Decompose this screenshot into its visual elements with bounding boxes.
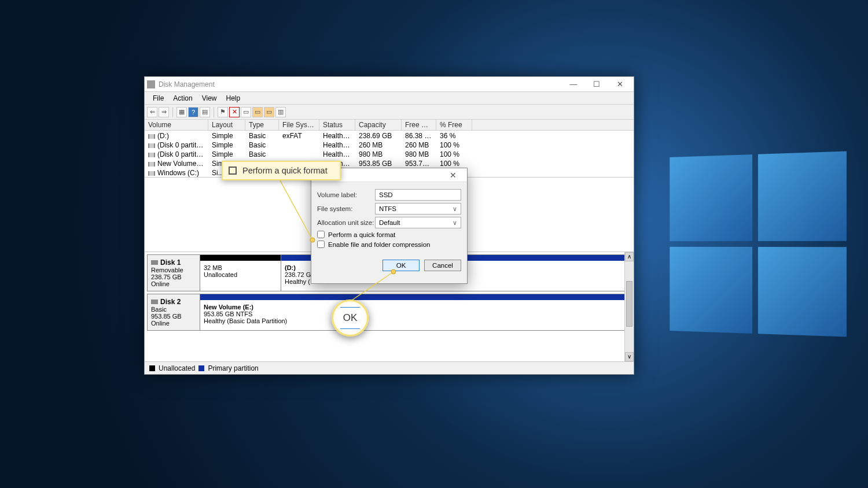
cell: 980 MB [355,149,402,158]
disk-1-part-unallocated[interactable]: 32 MBUnallocated [200,255,281,291]
col-free[interactable]: Free Spa... [402,120,436,130]
compression-label: Enable file and folder compression [328,241,430,248]
cell [279,140,319,149]
windows-logo [670,151,847,337]
cell: 953.85 GB [355,158,402,168]
cell: 260 MB [402,140,436,149]
cancel-button[interactable]: Cancel [424,260,461,271]
table-row[interactable]: (Disk 0 partition 4)SimpleBasicHealthy (… [145,149,634,158]
cell: Basic [245,140,279,149]
disk-1-header[interactable]: Disk 1 Removable 238.75 GB Online [148,255,200,291]
table-row[interactable]: New Volume (...SimpleBasicNTFSHealthy (B… [145,158,634,168]
allocation-size-label: Allocation unit size: [317,219,375,226]
cell: Healthy (R... [319,149,355,158]
close-button[interactable]: ✕ [608,80,631,88]
cell: 260 MB [355,140,402,149]
cell: (D:) [145,131,208,140]
menu-file[interactable]: File [148,94,168,102]
minimize-button[interactable]: — [562,80,585,88]
col-type[interactable]: Type [245,120,279,130]
tool-refresh[interactable]: ▦ [176,107,187,117]
format-dialog: ✕ Volume label: SSD File system: NTFS∨ A… [311,168,468,284]
file-system-select[interactable]: NTFS∨ [375,203,461,215]
table-row[interactable]: (D:)SimpleBasicexFATHealthy (P...238.69 … [145,131,634,140]
cell: exFAT [279,131,319,140]
scroll-thumb[interactable] [626,281,632,327]
back-button[interactable]: ⇐ [147,107,157,117]
tool-properties[interactable]: ⚑ [218,107,228,117]
disk-icon [151,260,158,265]
volume-label-input[interactable]: SSD [375,189,461,201]
callout-quick-format: Perform a quick format [222,161,341,180]
callout-ok: OK [332,300,369,337]
disk-icon [151,300,158,304]
compression-checkbox-input[interactable] [317,241,325,248]
table-row[interactable]: (Disk 0 partition 1)SimpleBasicHealthy (… [145,140,634,149]
tool-help[interactable]: ? [188,107,198,117]
tool-new[interactable]: ▭ [241,107,251,117]
window-title: Disk Management [159,80,562,88]
scroll-up[interactable]: ∧ [625,252,634,261]
volume-label-label: Volume label: [317,191,375,198]
quick-format-checkbox-input[interactable] [317,231,325,238]
cell [279,149,319,158]
titlebar[interactable]: Disk Management — ☐ ✕ [145,77,634,92]
cell: 953.72 GB [402,158,436,168]
tool-delete[interactable]: ✕ [229,107,240,117]
col-layout[interactable]: Layout [208,120,245,130]
cell: (Disk 0 partition 4) [145,149,208,158]
col-fs[interactable]: File System [279,120,319,130]
col-capacity[interactable]: Capacity [355,120,402,130]
legend-primary: Primary partition [208,364,258,372]
disk-2-part-e[interactable]: New Volume (E:)953.85 GB NTFSHealthy (Ba… [200,294,631,330]
menu-help[interactable]: Help [222,94,245,102]
allocation-size-select[interactable]: Default∨ [375,217,461,228]
compression-checkbox[interactable]: Enable file and folder compression [317,241,461,248]
col-volume[interactable]: Volume [145,120,208,130]
legend-swatch-primary [198,365,204,371]
callout-ok-label: OK [343,312,358,324]
dialog-close-button[interactable]: ✕ [443,171,464,180]
app-icon [147,80,155,88]
scrollbar[interactable]: ∧ ∨ [624,252,634,361]
menubar: File Action View Help [145,92,634,105]
maximize-button[interactable]: ☐ [585,80,608,88]
legend-unallocated: Unallocated [159,364,195,372]
scroll-down[interactable]: ∨ [625,352,634,361]
cell: 980 MB [402,149,436,158]
cell: Healthy (P... [319,131,355,140]
ok-button[interactable]: OK [382,260,420,271]
cell: New Volume (... [145,158,208,168]
legend-swatch-unallocated [149,365,155,371]
col-pct[interactable]: % Free [436,120,472,130]
file-system-label: File system: [317,205,375,212]
quick-format-checkbox[interactable]: Perform a quick format [317,231,461,238]
menu-view[interactable]: View [197,94,222,102]
legend: Unallocated Primary partition [145,361,634,374]
cell: 100 % [436,158,472,168]
cell: Basic [245,131,279,140]
cell: Simple [208,131,245,140]
cell: 86.38 GB [402,131,436,140]
tool-b[interactable]: ▭ [264,107,274,117]
col-status[interactable]: Status [319,120,355,130]
tool-list[interactable]: ▤ [200,107,210,117]
disk-2: Disk 2 Basic 953.85 GB Online New Volume… [147,294,631,331]
quick-format-label: Perform a quick format [328,231,395,238]
forward-button[interactable]: ⇒ [159,107,169,117]
tool-view[interactable]: ▥ [275,107,286,117]
tool-a[interactable]: ▭ [252,107,263,117]
cell: Windows (C:) [145,168,208,177]
chevron-down-icon: ∨ [453,205,457,213]
chevron-down-icon: ∨ [453,219,457,227]
cell: 36 % [436,131,472,140]
menu-action[interactable]: Action [168,94,197,102]
cell: Simple [208,140,245,149]
cell: Basic [245,149,279,158]
disk-2-header[interactable]: Disk 2 Basic 953.85 GB Online [148,294,200,330]
cell: 100 % [436,140,472,149]
cell: Healthy (E... [319,140,355,149]
cell: (Disk 0 partition 1) [145,140,208,149]
callout-checkbox-icon [229,167,237,175]
table-header: Volume Layout Type File System Status Ca… [145,120,634,131]
